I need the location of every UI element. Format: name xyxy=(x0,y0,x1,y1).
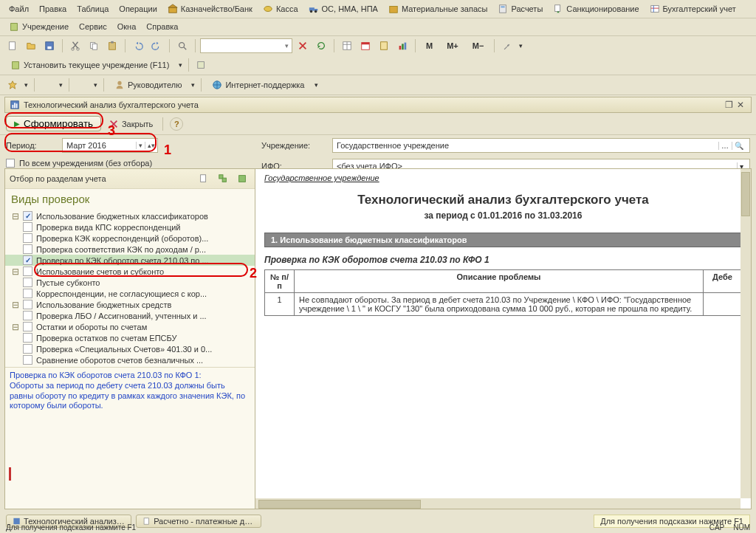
combo-field[interactable]: ▾ xyxy=(200,38,292,53)
building-icon xyxy=(9,21,19,32)
refresh-button[interactable] xyxy=(313,38,329,54)
expand-toggle[interactable]: ⊟ xyxy=(11,300,20,309)
sidebar-title: Виды проверок xyxy=(5,189,255,209)
tree-item[interactable]: Проверка соответствия КЭК по доходам / р… xyxy=(5,244,255,255)
tree-item[interactable]: ⊟Использование бюджетных средств xyxy=(5,299,255,310)
svg-rect-32 xyxy=(399,46,402,49)
tree-item[interactable]: ⊟Остатки и обороты по счетам xyxy=(5,321,255,332)
find-button[interactable] xyxy=(174,38,190,54)
menu-table[interactable]: Таблица xyxy=(72,3,113,15)
all-orgs-checkbox[interactable] xyxy=(6,159,15,168)
tree-item[interactable]: Пустые субконто xyxy=(5,277,255,288)
org-search-icon[interactable]: 🔍 xyxy=(732,142,746,150)
menu-accounting[interactable]: Бухгалтерский учет xyxy=(645,2,740,16)
tree-checkbox[interactable] xyxy=(23,311,32,320)
mplus-button[interactable]: M+ xyxy=(441,40,464,52)
svg-rect-42 xyxy=(14,103,16,108)
tree-checkbox[interactable] xyxy=(23,289,32,298)
dropdown-arrow[interactable]: ▾ xyxy=(518,42,524,49)
copy-button[interactable] xyxy=(86,38,102,54)
tree-checkbox[interactable] xyxy=(23,211,32,221)
expand-toggle[interactable]: ⊟ xyxy=(11,323,20,331)
calendar-button[interactable] xyxy=(357,38,374,54)
svg-point-2 xyxy=(264,7,272,12)
sidebar-filter-btn1[interactable] xyxy=(196,171,212,187)
sidebar-filter-btn3[interactable] xyxy=(234,171,250,187)
nav-support-button[interactable]: Интернет-поддержка xyxy=(206,78,310,92)
menu-treasury[interactable]: Казначейство/Банк xyxy=(163,2,257,16)
nav-list-button[interactable] xyxy=(74,77,90,93)
org-ellipsis[interactable]: … xyxy=(718,142,731,150)
tree-item[interactable]: Проверка «Специальных Счетов» 401.30 и 0… xyxy=(5,343,255,354)
expand-toggle[interactable]: ⊟ xyxy=(11,267,20,276)
tree-checkbox[interactable] xyxy=(23,344,32,354)
tree-item[interactable]: Корреспонденции, не согласующиеся с кор.… xyxy=(5,288,255,299)
link1-dropdown[interactable]: ▾ xyxy=(177,61,184,69)
menu-windows[interactable]: Окна xyxy=(113,21,141,32)
redo-button[interactable] xyxy=(148,38,165,54)
settings-button[interactable] xyxy=(499,38,515,54)
tree-item[interactable]: Проверка остатков по счетам ЕПСБУ xyxy=(5,332,255,343)
menu-help[interactable]: Справка xyxy=(142,21,182,32)
menu-service[interactable]: Сервис xyxy=(75,21,111,32)
new-doc-button[interactable] xyxy=(4,38,21,54)
tree-item[interactable]: ⊟Использование бюджетных классификаторов xyxy=(5,210,255,221)
window-close-button[interactable]: ✕ xyxy=(735,100,746,110)
sidebar-filter-btn2[interactable] xyxy=(215,171,231,187)
tree-label: Проверка ЛБО / Ассигнований, учтенных и … xyxy=(36,312,207,320)
svg-point-6 xyxy=(314,10,317,13)
tree-item[interactable]: Сравнение оборотов счетов безналичных ..… xyxy=(5,354,255,365)
window-restore-button[interactable]: ❐ xyxy=(723,100,735,110)
tree-checkbox[interactable] xyxy=(23,244,32,254)
tree-label: Остатки и обороты по счетам xyxy=(36,323,147,331)
svg-rect-21 xyxy=(92,44,97,49)
th-desc: Описание проблемы xyxy=(295,270,704,293)
tree-checkbox[interactable] xyxy=(23,278,32,287)
menu-calculations[interactable]: Расчеты xyxy=(493,2,547,16)
tree-item[interactable]: Проверка ЛБО / Ассигнований, учтенных и … xyxy=(5,310,255,321)
tree-checkbox[interactable] xyxy=(23,300,32,309)
tree-item[interactable]: Проверка вида КПС корреспонденций xyxy=(5,221,255,233)
undo-button[interactable] xyxy=(130,38,146,54)
paste-button[interactable] xyxy=(104,38,120,54)
document-window-tab: Технологический анализ бухгалтерского уч… xyxy=(4,97,752,113)
link1-btn-a[interactable] xyxy=(193,57,210,73)
nav-folder-button[interactable] xyxy=(39,77,55,93)
calculator-button[interactable] xyxy=(376,38,392,54)
menu-operations[interactable]: Операции xyxy=(114,3,161,15)
nav-lead-button[interactable]: Руководителю xyxy=(109,78,188,92)
report-button[interactable] xyxy=(394,38,410,54)
set-current-org-button[interactable]: Установить текущее учреждение (F11) xyxy=(4,58,175,72)
tree-checkbox[interactable] xyxy=(23,233,32,243)
report-hscroll[interactable] xyxy=(255,498,740,509)
save-button[interactable] xyxy=(41,38,58,54)
table-button[interactable] xyxy=(339,38,355,54)
tree-checkbox[interactable] xyxy=(23,222,32,232)
cut-button[interactable] xyxy=(67,38,83,54)
cell-deb xyxy=(704,293,742,316)
menu-file[interactable]: Файл xyxy=(4,3,33,15)
menu-sanctioning[interactable]: Санкционирование xyxy=(549,2,643,16)
nav-back-button[interactable] xyxy=(4,77,21,93)
tree-item[interactable]: Проверка КЭК корреспонденций (оборотов).… xyxy=(5,233,255,244)
tree-checkbox[interactable] xyxy=(23,333,32,343)
org-field[interactable]: Государственное учреждение …🔍 xyxy=(332,138,750,153)
tree-checkbox[interactable] xyxy=(23,266,32,276)
report-vscroll[interactable] xyxy=(740,169,751,498)
m-button[interactable]: M xyxy=(420,40,439,52)
help-button[interactable]: ? xyxy=(170,117,183,131)
status-cap: CAP xyxy=(709,523,725,532)
mminus-button[interactable]: M− xyxy=(467,40,490,52)
svg-rect-31 xyxy=(381,42,388,50)
menu-cash[interactable]: Касса xyxy=(258,2,303,16)
tree-checkbox[interactable] xyxy=(23,322,32,331)
expand-toggle[interactable]: ⊟ xyxy=(11,212,20,221)
menu-materials[interactable]: Материальные запасы xyxy=(384,2,492,16)
clear-button[interactable] xyxy=(295,38,311,54)
menu-organization[interactable]: Учреждение xyxy=(4,20,73,33)
tree-checkbox[interactable] xyxy=(23,255,32,265)
menu-edit[interactable]: Правка xyxy=(35,3,71,15)
open-button[interactable] xyxy=(23,38,39,54)
menu-fixed-assets[interactable]: ОС, НМА, НПА xyxy=(304,2,382,16)
tree-checkbox[interactable] xyxy=(23,355,32,365)
